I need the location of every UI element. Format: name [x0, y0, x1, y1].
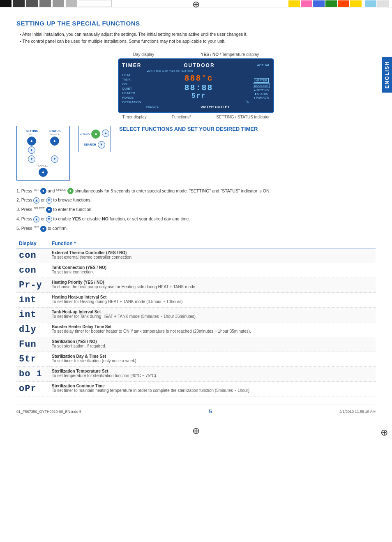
set-icon: ●: [40, 188, 46, 194]
color-block-red: [338, 0, 349, 7]
set-icon2: ●: [40, 226, 46, 232]
remote-label: REMOTE: [146, 105, 159, 108]
check-search-panel: CHECK ● ▲ SEARCH ▼: [78, 126, 111, 152]
set-button[interactable]: ▲: [27, 137, 36, 146]
status-panel-label: STATUS: [49, 130, 60, 132]
function-desc: External Thermo Controller (YES / NO)To …: [49, 248, 376, 263]
col-display: Display: [16, 239, 49, 248]
function-desc: Heating Heat-up Interval SetTo set timer…: [49, 293, 376, 308]
tank-label: TANK: [122, 78, 145, 81]
function-desc: Heating Priority (YES / NO)To choose the…: [49, 278, 376, 293]
select-button[interactable]: ●: [50, 137, 59, 146]
table-row: intTank Heat-up Interval SetTo set timer…: [16, 308, 376, 322]
step1: 1. Press SET ● and CHECK ● simultaneousl…: [16, 187, 376, 195]
check-row: CHECK ● ▲: [80, 130, 110, 139]
days-row: ●MON TUE WED THU FRI SAT SUN: [147, 70, 193, 72]
check-up-button[interactable]: ▲: [102, 130, 109, 137]
celsius-label: °C: [146, 100, 251, 104]
col-function: Function *: [49, 239, 376, 248]
step5: 5. Press SET ● to confirm.: [16, 225, 376, 232]
setting-panel-label: SETTING: [26, 130, 38, 132]
table-row: bo iSterilization Temperature SetTo set …: [16, 367, 376, 382]
display-right: HEATER BOOSTER ■ SETTING ■ STATUS ● PUMP…: [253, 78, 270, 99]
quiet-label: QUIET: [122, 87, 145, 90]
down-icon2: ▼: [46, 216, 52, 222]
actual-label: ACTUAL: [257, 63, 270, 67]
step4: 4. Press ▲ or ▼ to enable YES or disable…: [16, 215, 376, 223]
display-unit: TIMER OUTDOOR ACTUAL ●MON TUE WED THU FR…: [118, 58, 274, 113]
set-label: SET: [29, 133, 34, 136]
color-block-gray: [377, 0, 389, 7]
setting-status-label: SETTING / STATUS indicator: [216, 115, 270, 119]
search-row: SEARCH ▼: [84, 141, 105, 148]
timer-display-label: Timer display: [122, 115, 147, 119]
timer-digits: 88:88: [146, 83, 251, 93]
heater-box: HEATER: [254, 78, 269, 83]
color-block-blue: [313, 0, 325, 7]
top-color-strip: ⊕: [0, 0, 392, 7]
yes-no-temp-label: YES / NO / Temperature display: [201, 52, 259, 57]
display-code: dly: [16, 322, 49, 337]
heat-label: HEAT: [122, 73, 145, 77]
pumpdw-indicator: ● PUMPDW: [254, 96, 269, 99]
labels-row3: [122, 105, 145, 108]
intro-bullets: After initial installation, you can manu…: [16, 31, 376, 45]
function-digits: 5rr: [146, 93, 251, 100]
diagram-top-labels: Day display YES / NO / Temperature displ…: [110, 52, 282, 57]
page-number: 5: [209, 408, 212, 415]
display-row2: HEAT TANK ON QUIET HEATER FORCE OPERATIO…: [122, 73, 270, 104]
setting-indicator: ■ SETTING: [254, 89, 269, 92]
set-down-button[interactable]: ▼: [28, 155, 35, 163]
check-icon: ●: [67, 188, 74, 194]
display-code: int: [16, 293, 49, 308]
display-main: 888°c 88:88 5rr °C: [146, 74, 251, 104]
function-desc: Booster Heater Delay Time SetTo set dela…: [49, 322, 376, 337]
instructions: 1. Press SET ● and CHECK ● simultaneousl…: [16, 187, 376, 232]
display-code: con: [16, 263, 49, 278]
display-row3: REMOTE WATER OUTLET: [122, 105, 270, 109]
water-outlet-label: WATER OUTLET: [160, 105, 270, 109]
search-down-button[interactable]: ▼: [98, 141, 105, 148]
select-down-button[interactable]: ▼: [51, 155, 58, 163]
function-desc: Tank Heat-up Interval SetTo set timer fo…: [49, 308, 376, 322]
cancel-button[interactable]: ●: [39, 168, 48, 177]
display-code: Fun: [16, 337, 49, 352]
display-diagram: Day display YES / NO / Temperature displ…: [16, 52, 376, 119]
down-icon: ▼: [46, 197, 52, 204]
function-desc: Sterilization Temperature SetTo set temp…: [49, 367, 376, 382]
bottom-strip: ⊕ ⊕: [0, 427, 392, 435]
function-desc: Sterilization (YES / NO)To set steriliza…: [49, 337, 376, 352]
functions-label: Functions*: [172, 115, 191, 119]
display-code: Pr-y: [16, 278, 49, 293]
booster-box: BOOSTER: [253, 83, 270, 88]
check-button[interactable]: ●: [91, 130, 100, 139]
display-code: con: [16, 248, 49, 263]
select-icon: ●: [46, 207, 52, 213]
panel-instructions-row: SETTING STATUS SET ▲ ▲ SELECT ● ▼: [16, 126, 376, 181]
section-title: SETTING UP THE SPECIAL FUNCTIONS: [16, 20, 376, 27]
page-footer: 01_F567350_OYTH0910-00_EN.indd 5 5 2/1/2…: [16, 405, 376, 415]
function-desc: Sterilization Continue TimeTo set timer …: [49, 382, 376, 396]
table-row: conExternal Thermo Controller (YES / NO)…: [16, 248, 376, 263]
operation-label: OPERATION: [122, 100, 145, 104]
select-up-button[interactable]: ▲: [28, 146, 35, 154]
intro-bullet-1: After initial installation, you can manu…: [16, 31, 376, 38]
step3: 3. Press SELECT ● to enter the function.: [16, 206, 376, 213]
color-block-yellow: [288, 0, 300, 7]
status-indicator: ■ STATUS: [255, 93, 268, 95]
on-label: ON: [122, 82, 145, 86]
color-block-pink: [301, 0, 312, 7]
function-table: Display Function * conExternal Thermo Co…: [16, 239, 376, 396]
intro-bullet-2: The control panel can be used for multip…: [16, 38, 376, 45]
display-labels-left: HEAT TANK ON QUIET HEATER FORCE OPERATIO…: [122, 73, 145, 104]
color-block-green: [325, 0, 337, 7]
function-desc: Sterilization Day & Time SetTo set timer…: [49, 352, 376, 367]
bottom-crosshair: ⊕: [192, 426, 200, 436]
function-desc: Tank Connection (YES / NO)To set tank co…: [49, 263, 376, 278]
check-label: CHECK: [80, 132, 90, 135]
table-row: 5trSterilization Day & Time SetTo set ti…: [16, 352, 376, 367]
color-block-yellow2: [350, 0, 362, 7]
day-display-label: Day display: [133, 52, 154, 57]
up-icon2: ▲: [33, 216, 39, 222]
display-code: oPr: [16, 382, 49, 396]
